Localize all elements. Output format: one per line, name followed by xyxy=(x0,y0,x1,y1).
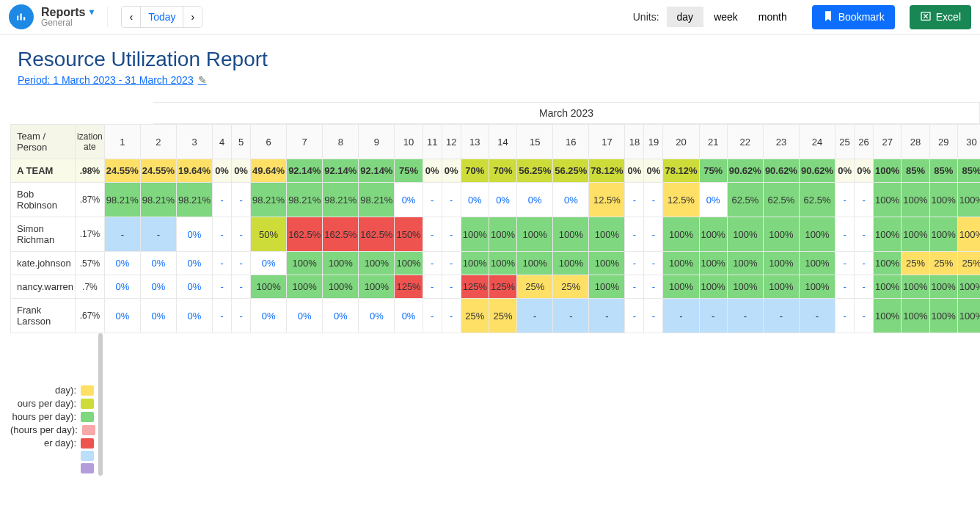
utilization-cell[interactable]: 100% xyxy=(957,217,980,252)
utilization-cell[interactable]: - xyxy=(835,275,855,299)
utilization-cell[interactable]: 90.62% xyxy=(727,159,763,183)
utilization-cell[interactable]: 100% xyxy=(874,275,902,299)
utilization-cell[interactable]: - xyxy=(140,217,176,252)
utilization-cell[interactable]: 100% xyxy=(874,217,902,252)
utilization-cell[interactable]: 62.5% xyxy=(763,183,799,217)
utilization-cell[interactable]: 150% xyxy=(395,217,423,252)
utilization-cell[interactable]: 0% xyxy=(359,299,395,333)
utilization-cell[interactable]: - xyxy=(699,299,727,333)
utilization-cell[interactable]: 0% xyxy=(104,252,140,275)
utilization-cell[interactable]: 0% xyxy=(644,159,663,183)
utilization-cell[interactable]: 100% xyxy=(553,217,589,252)
utilization-cell[interactable]: 98.21% xyxy=(323,183,359,217)
utilization-cell[interactable]: 0% xyxy=(176,299,212,333)
utilization-cell[interactable]: 62.5% xyxy=(727,183,763,217)
utilization-cell[interactable]: 100% xyxy=(663,275,699,299)
utilization-cell[interactable]: - xyxy=(553,299,589,333)
utilization-cell[interactable]: - xyxy=(727,299,763,333)
utilization-cell[interactable]: 12.5% xyxy=(589,183,625,217)
excel-button[interactable]: Excel xyxy=(910,5,971,29)
utilization-cell[interactable]: 100% xyxy=(874,299,902,333)
utilization-cell[interactable]: 100% xyxy=(957,299,980,333)
utilization-cell[interactable]: 92.14% xyxy=(287,159,323,183)
utilization-cell[interactable]: 0% xyxy=(835,159,855,183)
utilization-cell[interactable]: - xyxy=(835,183,855,217)
utilization-cell[interactable]: - xyxy=(517,299,553,333)
utilization-cell[interactable]: 98.21% xyxy=(287,183,323,217)
utilization-cell[interactable]: 100% xyxy=(799,252,835,275)
utilization-cell[interactable]: 78.12% xyxy=(663,159,699,183)
utilization-cell[interactable]: - xyxy=(442,299,461,333)
utilization-cell[interactable]: - xyxy=(442,217,461,252)
utilization-cell[interactable]: 0% xyxy=(140,299,176,333)
utilization-cell[interactable]: 100% xyxy=(929,217,957,252)
utilization-cell[interactable]: 98.21% xyxy=(140,183,176,217)
utilization-cell[interactable]: - xyxy=(625,217,644,252)
utilization-cell[interactable]: 98.21% xyxy=(176,183,212,217)
utilization-cell[interactable]: 24.55% xyxy=(104,159,140,183)
utilization-cell[interactable]: 98.21% xyxy=(359,183,395,217)
utilization-cell[interactable]: 100% xyxy=(763,275,799,299)
utilization-cell[interactable]: 0% xyxy=(251,299,287,333)
utilization-cell[interactable]: 100% xyxy=(395,252,423,275)
utilization-cell[interactable]: 100% xyxy=(589,252,625,275)
utilization-cell[interactable]: - xyxy=(104,217,140,252)
utilization-cell[interactable]: 100% xyxy=(957,275,980,299)
utilization-cell[interactable]: 25% xyxy=(461,299,489,333)
utilization-cell[interactable]: 100% xyxy=(763,252,799,275)
utilization-cell[interactable]: 100% xyxy=(323,275,359,299)
utilization-cell[interactable]: 100% xyxy=(251,275,287,299)
utilization-cell[interactable]: - xyxy=(835,217,855,252)
utilization-cell[interactable]: - xyxy=(589,299,625,333)
utilization-cell[interactable]: - xyxy=(644,217,663,252)
utilization-cell[interactable]: 0% xyxy=(461,183,489,217)
utilization-cell[interactable]: 100% xyxy=(461,217,489,252)
utilization-cell[interactable]: 0% xyxy=(140,252,176,275)
utilization-cell[interactable]: 90.62% xyxy=(763,159,799,183)
utilization-cell[interactable]: 0% xyxy=(176,252,212,275)
utilization-cell[interactable]: 100% xyxy=(287,275,323,299)
utilization-cell[interactable]: 100% xyxy=(517,252,553,275)
utilization-cell[interactable]: - xyxy=(625,252,644,275)
utilization-cell[interactable]: 25% xyxy=(517,275,553,299)
utilization-cell[interactable]: - xyxy=(423,275,442,299)
utilization-cell[interactable]: 125% xyxy=(461,275,489,299)
utilization-cell[interactable]: 0% xyxy=(517,183,553,217)
utilization-cell[interactable]: 50% xyxy=(251,217,287,252)
utilization-cell[interactable]: - xyxy=(423,299,442,333)
utilization-cell[interactable]: 162.5% xyxy=(323,217,359,252)
utilization-cell[interactable]: 100% xyxy=(663,252,699,275)
unit-week-button[interactable]: week xyxy=(703,7,748,27)
utilization-cell[interactable]: 0% xyxy=(251,252,287,275)
utilization-cell[interactable]: 0% xyxy=(213,159,232,183)
row-name[interactable]: Bob Robinson xyxy=(11,183,76,217)
utilization-cell[interactable]: - xyxy=(232,252,251,275)
utilization-cell[interactable]: - xyxy=(763,299,799,333)
period-link[interactable]: Period: 1 March 2023 - 31 March 2023 ✎ xyxy=(18,74,207,86)
utilization-cell[interactable]: - xyxy=(855,299,874,333)
utilization-cell[interactable]: 100% xyxy=(699,217,727,252)
utilization-cell[interactable]: - xyxy=(644,183,663,217)
utilization-cell[interactable]: 100% xyxy=(799,275,835,299)
utilization-cell[interactable]: 25% xyxy=(957,252,980,275)
utilization-cell[interactable]: 0% xyxy=(140,275,176,299)
utilization-cell[interactable]: - xyxy=(855,183,874,217)
utilization-cell[interactable]: 162.5% xyxy=(359,217,395,252)
utilization-cell[interactable]: 0% xyxy=(395,299,423,333)
utilization-cell[interactable]: - xyxy=(423,183,442,217)
utilization-cell[interactable]: 0% xyxy=(176,217,212,252)
utilization-cell[interactable]: 90.62% xyxy=(799,159,835,183)
bookmark-button[interactable]: Bookmark xyxy=(812,5,895,29)
utilization-cell[interactable]: 75% xyxy=(395,159,423,183)
utilization-cell[interactable]: - xyxy=(663,299,699,333)
utilization-cell[interactable]: 0% xyxy=(232,159,251,183)
utilization-cell[interactable]: 162.5% xyxy=(287,217,323,252)
utilization-cell[interactable]: 100% xyxy=(902,299,929,333)
utilization-cell[interactable]: 100% xyxy=(727,252,763,275)
prev-button[interactable]: ‹ xyxy=(122,7,140,27)
utilization-cell[interactable]: 0% xyxy=(323,299,359,333)
legend-scrollbar[interactable] xyxy=(98,333,103,476)
utilization-cell[interactable]: - xyxy=(232,217,251,252)
row-name[interactable]: kate.johnson xyxy=(11,252,76,275)
utilization-cell[interactable]: - xyxy=(232,275,251,299)
